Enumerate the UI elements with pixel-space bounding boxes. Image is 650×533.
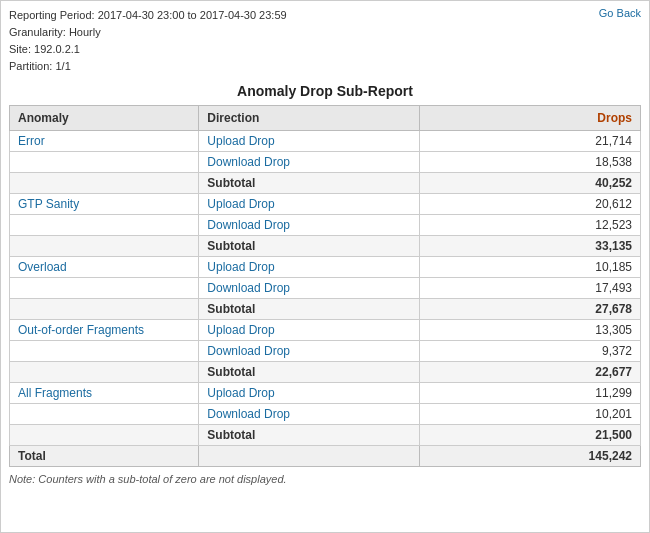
- subtotal-label-cell: Subtotal: [199, 173, 420, 194]
- anomaly-cell: [10, 404, 199, 425]
- direction-cell[interactable]: Download Drop: [199, 341, 420, 362]
- subtotal-drops-cell: 27,678: [420, 299, 641, 320]
- drops-cell: 10,185: [420, 257, 641, 278]
- subtotal-anomaly-cell: [10, 173, 199, 194]
- table-row: All FragmentsUpload Drop11,299: [10, 383, 641, 404]
- header-info: Reporting Period: 2017-04-30 23:00 to 20…: [9, 7, 641, 75]
- anomaly-cell: GTP Sanity: [10, 194, 199, 215]
- drops-column-header: Drops: [420, 106, 641, 131]
- direction-cell[interactable]: Download Drop: [199, 278, 420, 299]
- table-row: GTP SanityUpload Drop20,612: [10, 194, 641, 215]
- site: Site: 192.0.2.1: [9, 41, 641, 58]
- anomaly-cell: [10, 215, 199, 236]
- table-row: ErrorUpload Drop21,714: [10, 131, 641, 152]
- direction-column-header: Direction: [199, 106, 420, 131]
- direction-cell[interactable]: Download Drop: [199, 152, 420, 173]
- table-header-row: Anomaly Direction Drops: [10, 106, 641, 131]
- subtotal-row: Subtotal22,677: [10, 362, 641, 383]
- anomaly-table: Anomaly Direction Drops ErrorUpload Drop…: [9, 105, 641, 467]
- subtotal-drops-cell: 22,677: [420, 362, 641, 383]
- subtotal-label-cell: Subtotal: [199, 299, 420, 320]
- subtotal-drops-cell: 21,500: [420, 425, 641, 446]
- drops-cell: 20,612: [420, 194, 641, 215]
- drops-cell: 21,714: [420, 131, 641, 152]
- subtotal-label-cell: Subtotal: [199, 362, 420, 383]
- table-row: Out-of-order FragmentsUpload Drop13,305: [10, 320, 641, 341]
- anomaly-cell: [10, 341, 199, 362]
- reporting-period: Reporting Period: 2017-04-30 23:00 to 20…: [9, 7, 641, 24]
- direction-cell[interactable]: Upload Drop: [199, 194, 420, 215]
- subtotal-anomaly-cell: [10, 425, 199, 446]
- subtotal-drops-cell: 33,135: [420, 236, 641, 257]
- subtotal-row: Subtotal33,135: [10, 236, 641, 257]
- table-row: Download Drop9,372: [10, 341, 641, 362]
- drops-cell: 17,493: [420, 278, 641, 299]
- total-row: Total145,242: [10, 446, 641, 467]
- drops-cell: 13,305: [420, 320, 641, 341]
- drops-cell: 18,538: [420, 152, 641, 173]
- drops-cell: 10,201: [420, 404, 641, 425]
- direction-cell[interactable]: Upload Drop: [199, 320, 420, 341]
- subtotal-row: Subtotal21,500: [10, 425, 641, 446]
- note: Note: Counters with a sub-total of zero …: [9, 473, 641, 485]
- total-label: Total: [10, 446, 199, 467]
- anomaly-cell: All Fragments: [10, 383, 199, 404]
- direction-cell[interactable]: Download Drop: [199, 215, 420, 236]
- direction-cell[interactable]: Upload Drop: [199, 257, 420, 278]
- go-back-link[interactable]: Go Back: [599, 7, 641, 19]
- drops-cell: 11,299: [420, 383, 641, 404]
- subtotal-anomaly-cell: [10, 236, 199, 257]
- partition: Partition: 1/1: [9, 58, 641, 75]
- drops-cell: 12,523: [420, 215, 641, 236]
- table-row: Download Drop18,538: [10, 152, 641, 173]
- granularity: Granularity: Hourly: [9, 24, 641, 41]
- anomaly-cell: [10, 152, 199, 173]
- anomaly-cell: Error: [10, 131, 199, 152]
- total-value: 145,242: [420, 446, 641, 467]
- table-row: Download Drop12,523: [10, 215, 641, 236]
- table-row: OverloadUpload Drop10,185: [10, 257, 641, 278]
- subtotal-label-cell: Subtotal: [199, 236, 420, 257]
- subtotal-anomaly-cell: [10, 362, 199, 383]
- subtotal-label-cell: Subtotal: [199, 425, 420, 446]
- report-title: Anomaly Drop Sub-Report: [9, 83, 641, 99]
- direction-cell[interactable]: Upload Drop: [199, 383, 420, 404]
- subtotal-drops-cell: 40,252: [420, 173, 641, 194]
- subtotal-row: Subtotal40,252: [10, 173, 641, 194]
- page-wrapper: Reporting Period: 2017-04-30 23:00 to 20…: [0, 0, 650, 533]
- anomaly-column-header: Anomaly: [10, 106, 199, 131]
- anomaly-cell: [10, 278, 199, 299]
- subtotal-anomaly-cell: [10, 299, 199, 320]
- table-row: Download Drop10,201: [10, 404, 641, 425]
- direction-cell[interactable]: Download Drop: [199, 404, 420, 425]
- table-row: Download Drop17,493: [10, 278, 641, 299]
- direction-cell[interactable]: Upload Drop: [199, 131, 420, 152]
- drops-cell: 9,372: [420, 341, 641, 362]
- total-empty-cell: [199, 446, 420, 467]
- anomaly-cell: Overload: [10, 257, 199, 278]
- subtotal-row: Subtotal27,678: [10, 299, 641, 320]
- anomaly-cell: Out-of-order Fragments: [10, 320, 199, 341]
